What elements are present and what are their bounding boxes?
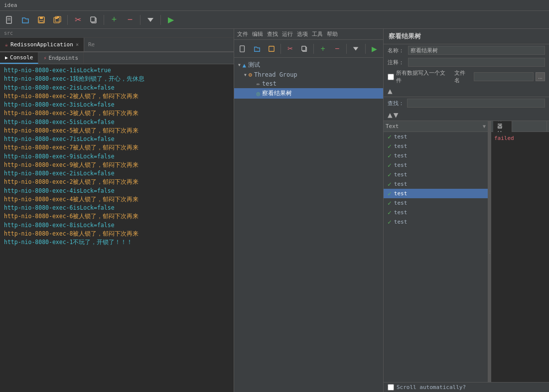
jm-tb-save[interactable] [265, 42, 278, 56]
name-input[interactable] [408, 46, 545, 55]
menu-file[interactable]: 文件 [237, 30, 248, 38]
toolbar-run-btn[interactable]: ▶ [163, 13, 178, 27]
result-item[interactable]: ✓test [384, 179, 488, 189]
results-body: Text ▼ ✓test✓test✓test✓test✓test✓test✓te… [384, 121, 549, 382]
column-header-text: Text [386, 123, 483, 130]
results-detail: 取样器结果 Response Bo failed [491, 121, 549, 382]
ide-tab-redisson[interactable]: ☕ RedissonApplication × [0, 38, 84, 51]
console-line: http-nio-8080-exec-2被人锁了，郁闷下次再来 [4, 178, 230, 186]
jm-tb-expand[interactable] [349, 42, 363, 56]
jm-tb-open[interactable] [251, 42, 264, 56]
name-row: 名称： [384, 44, 549, 56]
toolbar-sep-2 [104, 15, 104, 25]
file-browse-btn[interactable]: ... [536, 72, 545, 81]
tree-arrow-results: ▶ [252, 91, 255, 96]
results-list-scroll[interactable]: ✓test✓test✓test✓test✓test✓test✓test✓test… [384, 132, 488, 382]
result-item[interactable]: ✓test [384, 141, 488, 151]
result-ok-icon: ✓ [388, 199, 392, 207]
comment-input[interactable] [408, 58, 545, 67]
column-dropdown-icon[interactable]: ▼ [483, 124, 486, 129]
file-input[interactable] [474, 72, 534, 81]
toolbar-open-btn[interactable] [18, 13, 33, 27]
result-label: test [394, 219, 408, 225]
menu-edit[interactable]: 编辑 [252, 30, 263, 38]
result-ok-icon: ✓ [388, 133, 392, 140]
console-output[interactable]: http-nio-8080-exec-1isLock=truehttp-nio-… [0, 64, 234, 392]
results-list-header: Text ▼ [384, 121, 488, 132]
jm-tb-run[interactable]: ▶ [368, 42, 381, 56]
result-item[interactable]: ✓test [384, 208, 488, 217]
threadgroup-icon: ⚙ [249, 71, 252, 78]
toolbar-sep-4 [160, 15, 161, 25]
result-item[interactable]: ✓test [384, 151, 488, 160]
jmeter-toolbar: ✂ + − ▶ [0, 11, 549, 29]
resultstree-icon: ◎ [257, 90, 260, 97]
scroll-auto-checkbox[interactable] [388, 384, 394, 391]
tree-item-thread-group[interactable]: ▼ ⚙ Thread Group [234, 70, 383, 79]
menu-options[interactable]: 选项 [297, 30, 308, 38]
all-data-label: 所有数据写入一个文件 [396, 69, 448, 84]
ide-tab-close[interactable]: × [76, 42, 79, 47]
result-label: test [394, 190, 408, 197]
nav-row-2: ▲ ▼ [384, 109, 549, 121]
result-ok-icon: ✓ [388, 161, 392, 169]
tree-arrow-test-item: ▶ [252, 82, 255, 86]
bottom-tab-endpoints[interactable]: ⚡ Endpoints [38, 52, 84, 64]
result-item[interactable]: ✓test [384, 132, 488, 141]
result-item[interactable]: ✓test [384, 217, 488, 227]
nav-down-btn[interactable]: ▲ [388, 110, 393, 120]
result-item[interactable]: ✓test [384, 189, 488, 198]
all-data-checkbox[interactable] [388, 74, 394, 80]
result-ok-icon: ✓ [388, 142, 392, 150]
jm-sep-3 [346, 44, 347, 54]
result-ok-icon: ✓ [388, 209, 392, 216]
console-line: http-nio-8080-exec-1我抢到锁了，开心，先休息 [4, 75, 230, 83]
tree-item-results-tree[interactable]: ▶ ◎ 察看结果树 [234, 88, 383, 99]
console-line: http-nio-8080-exec-1不玩了，开锁了！！！ [4, 238, 230, 247]
tree-label-test-plan: 测试 [248, 61, 260, 69]
tree-label-thread-group: Thread Group [254, 71, 297, 78]
nav-down2-btn[interactable]: ▼ [394, 110, 399, 120]
result-ok-icon: ✓ [388, 218, 392, 226]
menu-help[interactable]: 帮助 [327, 30, 338, 38]
bottom-tab-console[interactable]: ▶ Console [0, 52, 38, 64]
toolbar-expand-btn[interactable] [143, 13, 158, 27]
toolbar-new-btn[interactable] [2, 13, 17, 27]
menu-search[interactable]: 查找 [267, 30, 278, 38]
jm-sep-2 [313, 44, 314, 54]
toolbar-remove-btn[interactable]: − [123, 13, 137, 27]
tree-item-test-plan[interactable]: ▼ ▲ 测试 [234, 60, 383, 70]
toolbar-saveall-btn[interactable] [50, 13, 65, 27]
search-input[interactable] [407, 99, 545, 108]
svg-rect-9 [57, 16, 59, 18]
search-label: 查找： [388, 100, 404, 107]
tree-item-test[interactable]: ▶ ✏ test [234, 79, 383, 88]
jm-tb-remove[interactable]: − [330, 42, 344, 56]
scroll-auto-row: Scroll automatically? [384, 382, 549, 392]
result-item[interactable]: ✓test [384, 170, 488, 179]
endpoints-icon: ⚡ [43, 55, 46, 61]
testplan-icon: ▲ [243, 62, 246, 69]
console-line: http-nio-8080-exec-5被人锁了，郁闷下次再来 [4, 127, 230, 135]
jm-tb-add[interactable]: + [316, 42, 330, 56]
jm-tb-copy[interactable] [297, 42, 311, 56]
toolbar-copy-btn[interactable] [86, 13, 101, 27]
nav-up-btn[interactable]: ▲ [388, 86, 393, 96]
toolbar-sep-3 [140, 15, 140, 25]
jm-sep-4 [365, 44, 366, 54]
toolbar-cut-btn[interactable]: ✂ [70, 13, 85, 27]
console-line: http-nio-8080-exec-9被人锁了，郁闷下次再来 [4, 161, 230, 169]
menu-run[interactable]: 运行 [282, 30, 293, 38]
result-ok-icon: ✓ [388, 190, 392, 197]
result-item[interactable]: ✓test [384, 160, 488, 170]
app-title: idea [4, 2, 17, 8]
toolbar-add-btn[interactable]: + [107, 13, 122, 27]
jm-tb-cut[interactable]: ✂ [283, 42, 297, 56]
menu-tools[interactable]: 工具 [312, 30, 323, 38]
svg-rect-14 [269, 46, 274, 51]
toolbar-save-btn[interactable] [34, 13, 49, 27]
result-item[interactable]: ✓test [384, 198, 488, 208]
bottom-tabs: ▶ Console ⚡ Endpoints [0, 52, 234, 64]
title-bar: idea [0, 0, 549, 11]
jm-tb-new[interactable] [236, 42, 250, 56]
